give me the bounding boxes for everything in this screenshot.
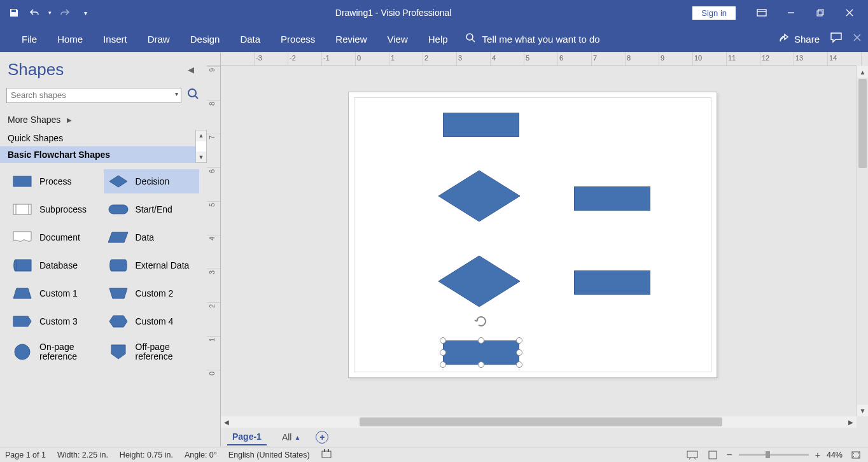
canvas-process-selected[interactable]	[443, 340, 519, 365]
status-angle: Angle: 0°	[185, 451, 217, 459]
rotation-handle-icon[interactable]	[473, 314, 489, 332]
handle-nw[interactable]	[440, 337, 446, 344]
shape-document[interactable]: Document	[8, 225, 104, 249]
handle-s[interactable]	[478, 361, 484, 368]
more-shapes-button[interactable]: More Shapes ▶	[0, 106, 207, 130]
undo-icon[interactable]	[25, 4, 43, 22]
collapse-panel-icon[interactable]: ◀	[183, 62, 199, 77]
maximize-icon[interactable]	[806, 3, 835, 22]
status-language[interactable]: English (United States)	[228, 451, 310, 459]
status-bar: Page 1 of 1 Width: 2.25 in. Height: 0.75…	[0, 447, 868, 462]
canvas-process-2[interactable]	[574, 186, 650, 211]
tab-design[interactable]: Design	[180, 27, 230, 51]
share-icon	[779, 33, 790, 45]
svg-marker-14	[109, 176, 127, 187]
vertical-scrollbar[interactable]: ▲ ▼	[857, 66, 868, 416]
zoom-in-icon[interactable]: +	[815, 450, 820, 460]
shape-external-data[interactable]: External Data	[104, 253, 200, 277]
shape-database[interactable]: Database	[8, 253, 104, 277]
save-icon[interactable]	[5, 4, 23, 22]
comments-icon[interactable]	[830, 32, 843, 46]
document-title: Drawing1 - Visio Professional	[94, 8, 692, 18]
handle-ne[interactable]	[516, 337, 522, 344]
svg-rect-3	[817, 11, 822, 16]
tab-review[interactable]: Review	[325, 27, 377, 51]
tell-me-search[interactable]: Tell me what you want to do	[465, 32, 600, 46]
shape-subprocess[interactable]: Subprocess	[8, 197, 104, 221]
tab-insert[interactable]: Insert	[93, 27, 137, 51]
page-width-icon[interactable]	[706, 449, 720, 461]
scroll-left-icon[interactable]: ◀	[221, 419, 232, 426]
search-shapes-input[interactable]: ▾	[6, 88, 181, 103]
minimize-icon[interactable]	[776, 3, 806, 22]
canvas-area: -3-2-101234567891011121314 9876543210	[207, 52, 868, 447]
hscroll-thumb[interactable]	[360, 417, 722, 426]
shape-custom-4[interactable]: Custom 4	[104, 309, 200, 333]
fit-page-icon[interactable]	[849, 449, 863, 461]
tab-data[interactable]: Data	[230, 27, 270, 51]
canvas-decision-2[interactable]	[438, 255, 521, 307]
tab-file[interactable]: File	[11, 27, 47, 51]
presentation-mode-icon[interactable]	[685, 449, 699, 461]
status-page[interactable]: Page 1 of 1	[5, 451, 46, 459]
qat-customize-icon[interactable]: ▾	[76, 4, 94, 22]
page-tab-1[interactable]: Page-1	[227, 429, 267, 445]
canvas-process-1[interactable]	[443, 113, 519, 137]
zoom-out-icon[interactable]: −	[726, 449, 732, 461]
shape-start-end[interactable]: Start/End	[104, 197, 200, 221]
tab-view[interactable]: View	[377, 27, 417, 51]
close-icon[interactable]	[835, 3, 864, 22]
tab-process[interactable]: Process	[270, 27, 325, 51]
svg-point-7	[466, 34, 473, 40]
drawing-page[interactable]	[348, 92, 717, 378]
close-pane-icon[interactable]	[853, 33, 862, 45]
handle-n[interactable]	[478, 337, 484, 344]
zoom-level[interactable]: 44%	[827, 451, 843, 459]
horizontal-scrollbar[interactable]: ◀ ▶	[221, 416, 857, 428]
shape-custom-2[interactable]: Custom 2	[104, 281, 200, 305]
svg-rect-18	[109, 205, 128, 214]
scroll-down-icon[interactable]: ▼	[857, 405, 868, 416]
svg-rect-0	[757, 10, 766, 16]
redo-icon[interactable]	[56, 4, 74, 22]
shapes-panel-title: Shapes	[8, 60, 64, 80]
search-icon[interactable]	[185, 87, 200, 103]
add-page-button[interactable]: +	[316, 431, 328, 444]
stencil-scrollbar[interactable]: ▲▼	[195, 130, 207, 163]
ribbon-display-icon[interactable]	[747, 3, 776, 22]
handle-w[interactable]	[440, 349, 446, 356]
share-button[interactable]: Share	[779, 33, 820, 45]
shape-off-page-ref[interactable]: Off-page reference	[104, 337, 200, 367]
all-pages-button[interactable]: All ▲	[282, 432, 300, 442]
shape-custom-1[interactable]: Custom 1	[8, 281, 104, 305]
stencil-basic-flowchart[interactable]: Basic Flowchart Shapes	[0, 146, 207, 163]
shape-process[interactable]: Process	[8, 169, 104, 193]
shape-data[interactable]: Data	[104, 225, 200, 249]
handle-sw[interactable]	[440, 361, 446, 368]
search-dropdown-icon[interactable]: ▾	[175, 90, 178, 97]
tab-help[interactable]: Help	[418, 27, 458, 51]
svg-rect-13	[13, 176, 31, 186]
zoom-slider-knob[interactable]	[766, 451, 770, 458]
drawing-canvas[interactable]	[221, 66, 857, 416]
stencil-quick-shapes[interactable]: Quick Shapes	[0, 130, 207, 146]
ruler-horizontal[interactable]: -3-2-101234567891011121314	[221, 52, 857, 66]
scroll-up-icon[interactable]: ▲	[857, 66, 868, 78]
canvas-process-3[interactable]	[574, 270, 650, 295]
canvas-decision-1[interactable]	[438, 170, 521, 222]
shape-custom-3[interactable]: Custom 3	[8, 309, 104, 333]
vscroll-thumb[interactable]	[858, 79, 867, 168]
ruler-vertical[interactable]: 9876543210	[207, 66, 221, 447]
zoom-slider[interactable]	[739, 454, 809, 456]
handle-e[interactable]	[516, 349, 522, 356]
tab-draw[interactable]: Draw	[137, 27, 180, 51]
sign-in-button[interactable]: Sign in	[692, 6, 736, 20]
scroll-right-icon[interactable]: ▶	[845, 419, 857, 426]
shape-on-page-ref[interactable]: On-page reference	[8, 337, 104, 367]
handle-se[interactable]	[516, 361, 522, 368]
svg-rect-31	[687, 451, 697, 458]
shape-decision[interactable]: Decision	[104, 169, 200, 193]
tab-home[interactable]: Home	[47, 27, 93, 51]
macro-recorder-icon[interactable]	[321, 449, 332, 460]
undo-dropdown-icon[interactable]: ▾	[46, 4, 53, 22]
